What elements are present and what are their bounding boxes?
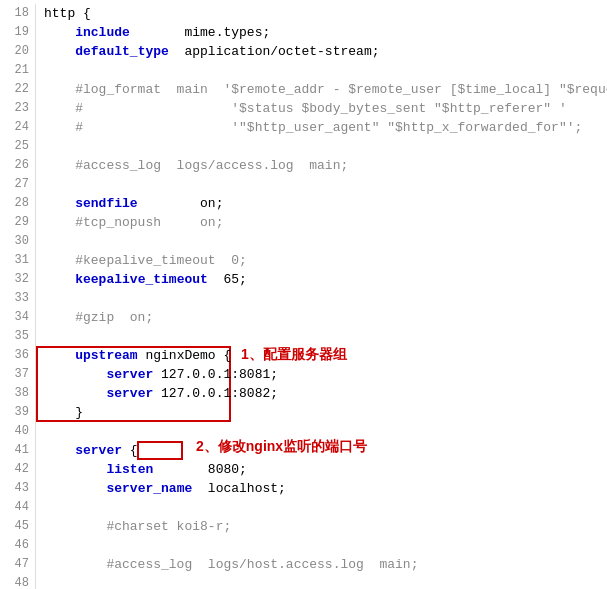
line-numbers: 1819202122232425262728293031323334353637… — [0, 4, 36, 589]
line-num: 42 — [0, 460, 29, 479]
line-num: 22 — [0, 80, 29, 99]
code-token: #access_log logs/access.log main; — [44, 158, 348, 173]
code-line — [44, 536, 607, 555]
code-token: nginxDemo { — [138, 348, 232, 363]
code-line — [44, 232, 607, 251]
code-line: # '"$http_user_agent" "$http_x_forwarded… — [44, 118, 607, 137]
code-token — [44, 462, 106, 477]
code-line: #tcp_nopush on; — [44, 213, 607, 232]
code-line — [44, 574, 607, 589]
code-token — [44, 196, 75, 211]
code-area: 1、配置服务器组 2、修改nginx监听的端口号 3、配置反向代理地址 http… — [36, 4, 607, 589]
line-num: 29 — [0, 213, 29, 232]
code-line: sendfile on; — [44, 194, 607, 213]
line-num: 43 — [0, 479, 29, 498]
line-num: 27 — [0, 175, 29, 194]
code-line: #log_format main '$remote_addr - $remote… — [44, 80, 607, 99]
code-token: upstream — [75, 348, 137, 363]
code-line: #gzip on; — [44, 308, 607, 327]
line-num: 44 — [0, 498, 29, 517]
code-token — [44, 348, 75, 363]
line-num: 45 — [0, 517, 29, 536]
code-line: #keepalive_timeout 0; — [44, 251, 607, 270]
code-line: include mime.types; — [44, 23, 607, 42]
code-line: server 127.0.0.1:8081; — [44, 365, 607, 384]
code-token: 127.0.0.1:8082; — [153, 386, 278, 401]
code-token: #keepalive_timeout 0; — [44, 253, 247, 268]
code-token: application/octet-stream; — [169, 44, 380, 59]
line-num: 38 — [0, 384, 29, 403]
line-num: 39 — [0, 403, 29, 422]
code-token: keepalive_timeout — [75, 272, 208, 287]
line-num: 26 — [0, 156, 29, 175]
code-token: server — [75, 443, 122, 458]
code-container: 1819202122232425262728293031323334353637… — [0, 0, 607, 589]
code-line: http { — [44, 4, 607, 23]
line-num: 33 — [0, 289, 29, 308]
line-num: 23 — [0, 99, 29, 118]
line-num: 46 — [0, 536, 29, 555]
code-token: server — [106, 367, 153, 382]
code-token — [44, 481, 106, 496]
line-num: 28 — [0, 194, 29, 213]
code-token — [44, 44, 75, 59]
line-num: 31 — [0, 251, 29, 270]
code-token: include — [75, 25, 130, 40]
code-line: default_type application/octet-stream; — [44, 42, 607, 61]
code-token: listen — [106, 462, 153, 477]
code-line: } — [44, 403, 607, 422]
code-token: mime.types; — [130, 25, 270, 40]
code-token: default_type — [75, 44, 169, 59]
line-num: 35 — [0, 327, 29, 346]
code-token — [44, 272, 75, 287]
line-num: 25 — [0, 137, 29, 156]
code-token — [44, 367, 106, 382]
line-num: 37 — [0, 365, 29, 384]
code-line — [44, 327, 607, 346]
code-line — [44, 422, 607, 441]
code-line: #access_log logs/access.log main; — [44, 156, 607, 175]
line-num: 24 — [0, 118, 29, 137]
code-token: #log_format main '$remote_addr - $remote… — [44, 82, 607, 97]
code-token — [44, 386, 106, 401]
code-line: listen 8080; — [44, 460, 607, 479]
line-num: 40 — [0, 422, 29, 441]
code-token: #gzip on; — [44, 310, 153, 325]
line-num: 41 — [0, 441, 29, 460]
code-token: sendfile — [75, 196, 137, 211]
code-token: on; — [138, 196, 224, 211]
code-line — [44, 61, 607, 80]
code-token: { — [122, 443, 138, 458]
code-token: 65; — [208, 272, 247, 287]
line-num: 32 — [0, 270, 29, 289]
line-num: 18 — [0, 4, 29, 23]
line-num: 19 — [0, 23, 29, 42]
code-line — [44, 175, 607, 194]
code-token: localhost; — [192, 481, 286, 496]
code-token: #tcp_nopush on; — [44, 215, 223, 230]
code-line — [44, 289, 607, 308]
line-num: 21 — [0, 61, 29, 80]
code-token: 127.0.0.1:8081; — [153, 367, 278, 382]
code-token: http { — [44, 6, 91, 21]
code-line: server 127.0.0.1:8082; — [44, 384, 607, 403]
code-line: server { — [44, 441, 607, 460]
code-token: server_name — [106, 481, 192, 496]
line-num: 36 — [0, 346, 29, 365]
code-token: # '"$http_user_agent" "$http_x_forwarded… — [44, 120, 582, 135]
code-line: #access_log logs/host.access.log main; — [44, 555, 607, 574]
line-num: 30 — [0, 232, 29, 251]
code-line: # '$status $body_bytes_sent "$http_refer… — [44, 99, 607, 118]
code-token: #charset koi8-r; — [44, 519, 231, 534]
code-line: upstream nginxDemo { — [44, 346, 607, 365]
line-num: 48 — [0, 574, 29, 589]
port-token: 8080; — [208, 462, 247, 477]
code-token — [44, 25, 75, 40]
code-token: } — [44, 405, 83, 420]
code-token — [153, 462, 208, 477]
line-num: 47 — [0, 555, 29, 574]
code-token: #access_log logs/host.access.log main; — [44, 557, 418, 572]
code-line: #charset koi8-r; — [44, 517, 607, 536]
code-line — [44, 137, 607, 156]
code-token: # '$status $body_bytes_sent "$http_refer… — [44, 101, 567, 116]
